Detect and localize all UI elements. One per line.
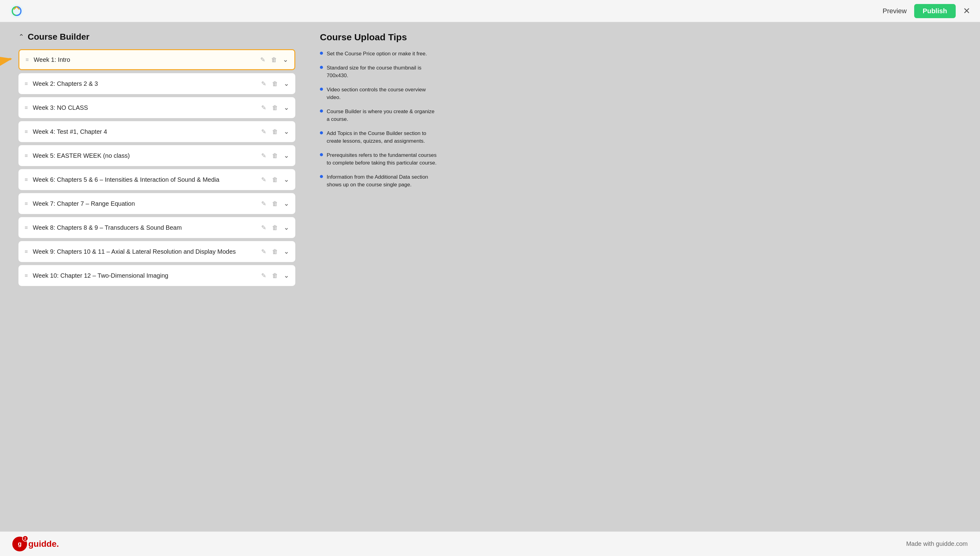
- delete-icon[interactable]: 🗑: [272, 248, 278, 255]
- table-row: ≡ Week 6: Chapters 5 & 6 – Intensities &…: [18, 169, 295, 190]
- edit-icon[interactable]: ✎: [261, 272, 266, 279]
- tip-bullet: [320, 110, 323, 113]
- table-row: ≡ Week 10: Chapter 12 – Two-Dimensional …: [18, 265, 295, 286]
- drag-handle-icon[interactable]: ≡: [24, 105, 28, 111]
- tips-list: Set the Course Price option or make it f…: [320, 50, 437, 189]
- list-item: Video section controls the course overvi…: [320, 86, 437, 102]
- section-title: Course Builder: [27, 32, 89, 42]
- list-item: Add Topics in the Course Builder section…: [320, 129, 437, 145]
- drag-handle-icon[interactable]: ≡: [24, 249, 28, 255]
- main-content: ⌃ Course Builder ≡ Week 1: Intro ✎ 🗑 ⌄: [0, 22, 980, 532]
- row-actions: ✎ 🗑 ⌄: [261, 247, 289, 255]
- notification-badge: 2: [22, 535, 28, 541]
- guidde-logo: g 2 guidde.: [12, 537, 59, 551]
- tip-bullet: [320, 131, 323, 134]
- table-row: ≡ Week 7: Chapter 7 – Range Equation ✎ 🗑…: [18, 193, 295, 214]
- table-row: ≡ Week 5: EASTER WEEK (no class) ✎ 🗑 ⌄: [18, 145, 295, 166]
- tip-bullet: [320, 88, 323, 91]
- edit-icon[interactable]: ✎: [261, 200, 266, 207]
- edit-icon[interactable]: ✎: [260, 56, 265, 63]
- delete-icon[interactable]: 🗑: [272, 80, 278, 87]
- week-label: Week 6: Chapters 5 & 6 – Intensities & I…: [33, 176, 256, 183]
- tip-text: Add Topics in the Course Builder section…: [327, 129, 437, 145]
- list-item: Standard size for the course thumbnail i…: [320, 64, 437, 80]
- delete-icon[interactable]: 🗑: [272, 224, 278, 231]
- tip-bullet: [320, 153, 323, 156]
- close-button[interactable]: ✕: [963, 7, 970, 15]
- expand-icon[interactable]: ⌄: [283, 56, 288, 64]
- edit-icon[interactable]: ✎: [261, 128, 266, 135]
- row-actions: ✎ 🗑 ⌄: [261, 200, 289, 208]
- tip-text: Video section controls the course overvi…: [327, 86, 437, 102]
- expand-icon[interactable]: ⌄: [284, 176, 289, 184]
- table-row: ≡ Week 3: NO CLASS ✎ 🗑 ⌄: [18, 97, 295, 118]
- row-actions: ✎ 🗑 ⌄: [261, 152, 289, 160]
- tips-title: Course Upload Tips: [320, 32, 437, 42]
- delete-icon[interactable]: 🗑: [271, 56, 277, 63]
- row-actions: ✎ 🗑 ⌄: [261, 223, 289, 231]
- section-header: ⌃ Course Builder: [18, 32, 295, 42]
- expand-icon[interactable]: ⌄: [284, 103, 289, 112]
- tip-text: Standard size for the course thumbnail i…: [327, 64, 437, 80]
- week-label: Week 1: Intro: [34, 56, 255, 63]
- expand-icon[interactable]: ⌄: [284, 80, 289, 88]
- week-label: Week 7: Chapter 7 – Range Equation: [33, 200, 256, 207]
- preview-button[interactable]: Preview: [883, 7, 907, 15]
- brand-logo-icon: [10, 4, 23, 18]
- drag-handle-icon[interactable]: ≡: [24, 176, 28, 183]
- arrow-annotation: [0, 47, 16, 73]
- collapse-icon[interactable]: ⌃: [18, 33, 24, 41]
- row-actions: ✎ 🗑 ⌄: [261, 80, 289, 88]
- delete-icon[interactable]: 🗑: [272, 104, 278, 112]
- tip-bullet: [320, 52, 323, 55]
- expand-icon[interactable]: ⌄: [284, 128, 289, 136]
- edit-icon[interactable]: ✎: [261, 80, 266, 87]
- drag-handle-icon[interactable]: ≡: [24, 129, 28, 135]
- delete-icon[interactable]: 🗑: [272, 176, 278, 183]
- edit-icon[interactable]: ✎: [261, 248, 266, 255]
- edit-icon[interactable]: ✎: [261, 176, 266, 183]
- delete-icon[interactable]: 🗑: [272, 152, 278, 159]
- expand-icon[interactable]: ⌄: [284, 272, 289, 280]
- table-row: ≡ Week 9: Chapters 10 & 11 – Axial & Lat…: [18, 241, 295, 262]
- top-bar: Preview Publish ✕: [0, 0, 980, 22]
- expand-icon[interactable]: ⌄: [284, 152, 289, 160]
- drag-handle-icon[interactable]: ≡: [24, 200, 28, 207]
- list-item: Information from the Additional Data sec…: [320, 173, 437, 189]
- table-row: ≡ Week 2: Chapters 2 & 3 ✎ 🗑 ⌄: [18, 73, 295, 94]
- table-row: ≡ Week 4: Test #1, Chapter 4 ✎ 🗑 ⌄: [18, 121, 295, 142]
- week-label: Week 4: Test #1, Chapter 4: [33, 128, 256, 135]
- tip-text: Information from the Additional Data sec…: [327, 173, 437, 189]
- week-label: Week 9: Chapters 10 & 11 – Axial & Later…: [33, 248, 256, 255]
- row-actions: ✎ 🗑 ⌄: [261, 103, 289, 112]
- edit-icon[interactable]: ✎: [261, 152, 266, 159]
- table-row: ≡ Week 8: Chapters 8 & 9 – Transducers &…: [18, 217, 295, 238]
- tip-text: Course Builder is where you create & org…: [327, 108, 437, 123]
- top-bar-actions: Preview Publish ✕: [883, 4, 970, 18]
- drag-handle-icon[interactable]: ≡: [26, 57, 29, 63]
- guidde-icon-letter: g: [18, 540, 21, 547]
- delete-icon[interactable]: 🗑: [272, 272, 278, 279]
- right-panel: Course Upload Tips Set the Course Price …: [320, 32, 437, 522]
- drag-handle-icon[interactable]: ≡: [24, 152, 28, 159]
- edit-icon[interactable]: ✎: [261, 224, 266, 231]
- tip-text: Set the Course Price option or make it f…: [327, 50, 427, 58]
- delete-icon[interactable]: 🗑: [272, 200, 278, 207]
- drag-handle-icon[interactable]: ≡: [24, 81, 28, 87]
- list-item: Set the Course Price option or make it f…: [320, 50, 437, 58]
- expand-icon[interactable]: ⌄: [284, 247, 289, 255]
- made-with-text: Made with guidde.com: [906, 540, 968, 547]
- expand-icon[interactable]: ⌄: [284, 200, 289, 208]
- week-label: Week 2: Chapters 2 & 3: [33, 80, 256, 87]
- expand-icon[interactable]: ⌄: [284, 223, 289, 231]
- delete-icon[interactable]: 🗑: [272, 128, 278, 135]
- tip-bullet: [320, 66, 323, 69]
- row-actions: ✎ 🗑 ⌄: [261, 272, 289, 280]
- edit-icon[interactable]: ✎: [261, 104, 266, 112]
- list-item: Prerequisites refers to the fundamental …: [320, 151, 437, 167]
- publish-button[interactable]: Publish: [914, 4, 956, 18]
- row-actions: ✎ 🗑 ⌄: [260, 56, 288, 64]
- drag-handle-icon[interactable]: ≡: [24, 225, 28, 231]
- drag-handle-icon[interactable]: ≡: [24, 273, 28, 279]
- week-label: Week 3: NO CLASS: [33, 104, 256, 112]
